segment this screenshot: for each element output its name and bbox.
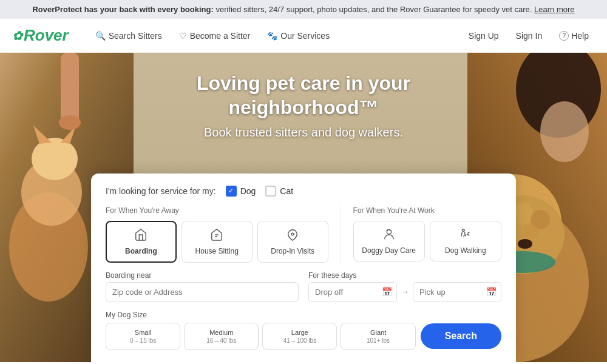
dog-walking-button[interactable]: Dog Walking bbox=[430, 221, 501, 261]
service-divider bbox=[341, 206, 341, 263]
nav-search-sitters[interactable]: 🔍 Search Sitters bbox=[87, 19, 171, 53]
services-icon: 🐾 bbox=[267, 31, 277, 41]
drop-in-button[interactable]: Drop-In Visits bbox=[257, 221, 328, 263]
nav-links: 🔍 Search Sitters ♡ Become a Sitter 🐾 Our… bbox=[87, 19, 463, 53]
house-sitting-button[interactable]: House Sitting bbox=[181, 221, 253, 263]
cat-label: Cat bbox=[280, 186, 293, 196]
size-label: My Dog Size bbox=[106, 311, 501, 319]
work-service-buttons: Doggy Day Care Dog Walking bbox=[353, 221, 501, 261]
drop-in-label: Drop-In Visits bbox=[271, 247, 314, 255]
location-group: Boarding near bbox=[106, 271, 299, 302]
dog-checkbox[interactable]: ✓ bbox=[226, 186, 237, 197]
size-large-button[interactable]: Large 41 – 100 lbs bbox=[262, 323, 337, 350]
location-label: Boarding near bbox=[106, 271, 299, 280]
nav-our-services[interactable]: 🐾 Our Services bbox=[259, 19, 338, 53]
work-services-group: For When You're At Work Doggy Day Care bbox=[353, 206, 501, 263]
size-small-label: Small bbox=[110, 328, 176, 337]
svg-point-15 bbox=[524, 224, 538, 239]
svg-point-18 bbox=[291, 233, 294, 235]
location-input[interactable] bbox=[106, 282, 299, 302]
nav-right: Sign Up Sign In ? Help bbox=[463, 27, 595, 44]
search-button[interactable]: Search bbox=[421, 323, 501, 349]
house-sitting-label: House Sitting bbox=[195, 247, 239, 255]
banner-text: RoverProtect has your back with every bo… bbox=[32, 5, 574, 14]
away-label: For When You're Away bbox=[106, 206, 328, 215]
svg-point-8 bbox=[540, 101, 589, 162]
signin-button[interactable]: Sign In bbox=[510, 27, 549, 44]
size-small-button[interactable]: Small 0 – 15 lbs bbox=[106, 323, 180, 350]
help-icon: ? bbox=[559, 31, 569, 41]
help-button[interactable]: ? Help bbox=[553, 27, 595, 44]
main-nav: ✿ Rover 🔍 Search Sitters ♡ Become a Sitt… bbox=[0, 19, 607, 53]
size-giant-button[interactable]: Giant 101+ lbs bbox=[341, 323, 415, 350]
heart-icon: ♡ bbox=[179, 31, 187, 41]
boarding-label: Boarding bbox=[125, 247, 157, 255]
svg-point-19 bbox=[387, 229, 391, 234]
svg-point-16 bbox=[518, 239, 532, 249]
work-label: For When You're At Work bbox=[353, 206, 501, 215]
svg-rect-5 bbox=[61, 53, 79, 126]
search-icon: 🔍 bbox=[95, 31, 106, 41]
svg-point-20 bbox=[462, 229, 464, 231]
doggy-daycare-label: Doggy Day Care bbox=[362, 246, 416, 255]
calendar-pickup-icon: 📅 bbox=[486, 287, 497, 297]
size-section: My Dog Size Small 0 – 15 lbs Medium 16 –… bbox=[106, 311, 501, 350]
top-banner: RoverProtect has your back with every bo… bbox=[0, 0, 607, 19]
cat-checkbox-group[interactable]: Cat bbox=[265, 186, 293, 197]
service-sections: For When You're Away Boarding bbox=[106, 206, 501, 263]
size-large-range: 41 – 100 lbs bbox=[266, 337, 333, 345]
signup-button[interactable]: Sign Up bbox=[463, 27, 505, 44]
drop-in-icon bbox=[286, 228, 299, 244]
size-giant-range: 101+ lbs bbox=[345, 337, 411, 345]
dog-label: Dog bbox=[240, 186, 256, 196]
dog-walking-label: Dog Walking bbox=[445, 246, 486, 255]
hero-section: Loving pet care in your neighborhood™ Bo… bbox=[0, 53, 607, 362]
rover-logo[interactable]: ✿ Rover bbox=[12, 26, 69, 45]
boarding-button[interactable]: Boarding bbox=[106, 221, 177, 263]
svg-point-6 bbox=[59, 115, 81, 130]
hero-text-block: Loving pet care in your neighborhood™ Bo… bbox=[170, 71, 437, 140]
search-card: I'm looking for service for my: ✓ Dog Ca… bbox=[91, 174, 516, 362]
size-search-row: Small 0 – 15 lbs Medium 16 – 40 lbs Larg… bbox=[106, 323, 501, 350]
pet-type-row: I'm looking for service for my: ✓ Dog Ca… bbox=[106, 186, 501, 197]
house-sitting-icon bbox=[210, 228, 223, 244]
location-dates-row: Boarding near For these days 📅 → 📅 bbox=[106, 271, 501, 302]
size-small-range: 0 – 15 lbs bbox=[110, 337, 176, 345]
pet-prompt: I'm looking for service for my: bbox=[106, 186, 216, 196]
paw-icon: ✿ bbox=[12, 29, 22, 43]
dog-walking-icon bbox=[459, 228, 472, 244]
dog-checkbox-group[interactable]: ✓ Dog bbox=[226, 186, 256, 197]
away-service-buttons: Boarding House Sitting bbox=[106, 221, 328, 263]
size-medium-button[interactable]: Medium 16 – 40 lbs bbox=[184, 323, 259, 350]
arrow-separator: → bbox=[401, 287, 409, 297]
away-services-group: For When You're Away Boarding bbox=[106, 206, 328, 263]
cat-checkbox[interactable] bbox=[265, 186, 276, 197]
doggy-daycare-button[interactable]: Doggy Day Care bbox=[353, 221, 425, 261]
size-large-label: Large bbox=[266, 328, 333, 337]
size-buttons: Small 0 – 15 lbs Medium 16 – 40 lbs Larg… bbox=[106, 323, 416, 350]
calendar-dropoff-icon: 📅 bbox=[382, 287, 392, 297]
doggy-daycare-icon bbox=[382, 228, 396, 244]
learn-more-link[interactable]: Learn more bbox=[534, 5, 574, 14]
boarding-icon bbox=[134, 228, 148, 244]
hero-heading: Loving pet care in your neighborhood™ bbox=[170, 71, 437, 120]
hero-subheading: Book trusted sitters and dog walkers. bbox=[170, 126, 437, 140]
dates-label: For these days bbox=[308, 271, 501, 280]
pickup-wrap: 📅 bbox=[413, 282, 501, 302]
dropoff-wrap: 📅 bbox=[308, 282, 397, 302]
nav-become-sitter[interactable]: ♡ Become a Sitter bbox=[171, 19, 259, 53]
svg-marker-3 bbox=[33, 126, 52, 144]
size-medium-range: 16 – 40 lbs bbox=[188, 337, 254, 345]
date-inputs: 📅 → 📅 bbox=[308, 282, 501, 302]
dates-group: For these days 📅 → 📅 bbox=[308, 271, 501, 302]
size-giant-label: Giant bbox=[345, 328, 411, 337]
svg-point-2 bbox=[32, 138, 78, 180]
size-medium-label: Medium bbox=[188, 328, 254, 337]
